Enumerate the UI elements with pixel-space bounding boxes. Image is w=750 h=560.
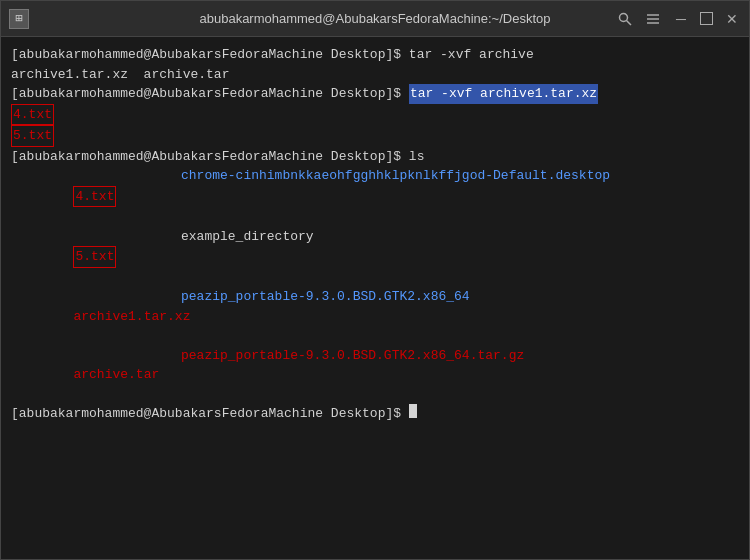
ls-archive1: archive1.tar.xz (73, 309, 190, 324)
terminal-line-3: [abubakarmohammed@AbubakarsFedoraMachine… (11, 84, 739, 104)
titlebar-controls: ─ ✕ (616, 10, 741, 28)
svg-point-0 (620, 13, 628, 21)
ls-archive-tar: archive.tar (73, 367, 159, 382)
window-icon: ⊞ (9, 9, 29, 29)
boxed-4txt: 4.txt (11, 104, 54, 126)
menu-button[interactable] (644, 10, 662, 28)
ls-col2-r2: example_directory (181, 227, 314, 288)
window-icon-symbol: ⊞ (15, 11, 22, 26)
prompt-2: [abubakarmohammed@AbubakarsFedoraMachine… (11, 84, 409, 104)
boxed-5txt: 5.txt (11, 125, 54, 147)
terminal-body[interactable]: [abubakarmohammed@AbubakarsFedoraMachine… (1, 37, 749, 559)
maximize-button[interactable] (700, 12, 713, 25)
close-button[interactable]: ✕ (723, 10, 741, 28)
prompt-final: [abubakarmohammed@AbubakarsFedoraMachine… (11, 404, 409, 424)
search-button[interactable] (616, 10, 634, 28)
minimize-button[interactable]: ─ (672, 10, 690, 28)
ls-col2-r4: peazip_portable-9.3.0.BSD.GTK2.x86_64.ta… (181, 346, 524, 405)
terminal-final-prompt: [abubakarmohammed@AbubakarsFedoraMachine… (11, 404, 739, 424)
terminal-line-1: [abubakarmohammed@AbubakarsFedoraMachine… (11, 45, 739, 65)
prompt-1: [abubakarmohammed@AbubakarsFedoraMachine… (11, 45, 534, 65)
prompt-3: [abubakarmohammed@AbubakarsFedoraMachine… (11, 147, 424, 167)
ls-col2-r3: peazip_portable-9.3.0.BSD.GTK2.x86_64 (181, 287, 470, 346)
search-icon (618, 12, 632, 26)
ls-col1-r2: 5.txt (11, 227, 181, 288)
terminal-line-6: [abubakarmohammed@AbubakarsFedoraMachine… (11, 147, 739, 167)
terminal-ls-row-1: 4.txt chrome-cinhimbnkkaeohfgghhklpknlkf… (11, 166, 739, 227)
terminal-ls-row-3: archive1.tar.xz peazip_portable-9.3.0.BS… (11, 287, 739, 346)
terminal-window: ⊞ abubakarmohammed@AbubakarsFedoraMachin… (0, 0, 750, 560)
titlebar: ⊞ abubakarmohammed@AbubakarsFedoraMachin… (1, 1, 749, 37)
ls-4txt: 4.txt (73, 186, 116, 208)
terminal-line-2: archive1.tar.xz archive.tar (11, 65, 739, 85)
ls-col1-r4: archive.tar (11, 346, 181, 405)
terminal-line-5: 5.txt (11, 125, 739, 147)
highlighted-command: tar -xvf archive1.tar.xz (409, 84, 598, 104)
output-1: archive1.tar.xz archive.tar (11, 65, 229, 85)
ls-col1-r1: 4.txt (11, 166, 181, 227)
terminal-line-4: 4.txt (11, 104, 739, 126)
ls-col2-r1: chrome-cinhimbnkkaeohfgghhklpknlkffjgod-… (181, 166, 610, 227)
ls-col1-r3: archive1.tar.xz (11, 287, 181, 346)
svg-line-1 (627, 20, 632, 25)
terminal-ls-row-4: archive.tar peazip_portable-9.3.0.BSD.GT… (11, 346, 739, 405)
menu-icon (646, 12, 660, 26)
titlebar-left: ⊞ (9, 9, 29, 29)
terminal-ls-row-2: 5.txt example_directory (11, 227, 739, 288)
ls-5txt: 5.txt (73, 246, 116, 268)
window-title: abubakarmohammed@AbubakarsFedoraMachine:… (199, 11, 550, 26)
cursor (409, 404, 417, 418)
